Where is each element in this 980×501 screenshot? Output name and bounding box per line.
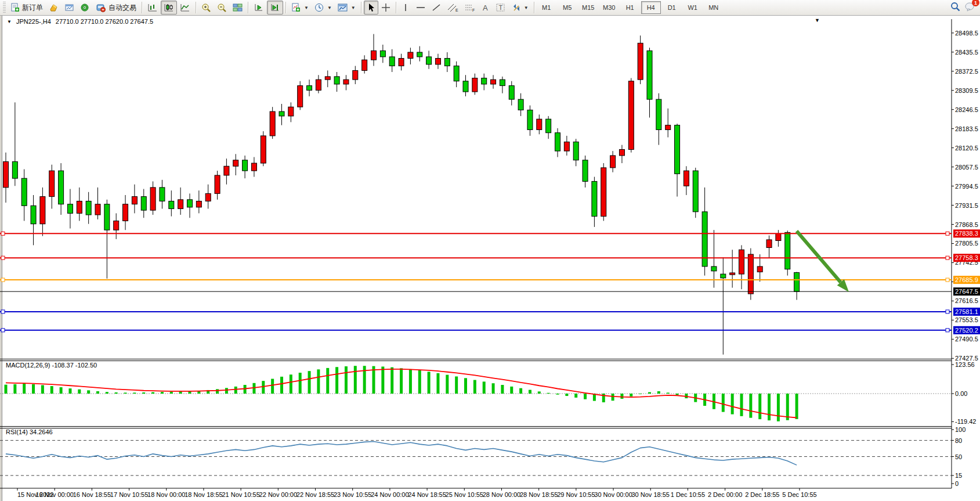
toolbar-separator — [534, 2, 534, 13]
date-label: 24 Nov 00:00 — [371, 491, 408, 498]
timeframe-button-mn[interactable]: MN — [704, 1, 724, 14]
trendline-icon — [432, 3, 441, 12]
cursor-tool-button[interactable] — [364, 1, 378, 15]
crosshair-tool-button[interactable] — [378, 1, 393, 15]
candle-body — [40, 197, 45, 224]
vertical-line-tool-button[interactable] — [399, 1, 413, 15]
candle-body — [77, 201, 82, 213]
candle-body — [67, 204, 73, 214]
bar-chart-mode-button[interactable] — [144, 1, 161, 15]
fibonacci-icon: F — [464, 3, 476, 12]
date-label: 1 Dec 10:55 — [671, 491, 705, 498]
candle-body — [482, 78, 487, 84]
tile-windows-icon — [233, 3, 243, 12]
rsi-tick-label: 100 — [955, 426, 965, 433]
arrows-tool-button[interactable]: ▼ — [509, 1, 531, 15]
line-chart-mode-button[interactable] — [177, 1, 193, 15]
market-watch-button[interactable] — [46, 1, 62, 15]
market-watch-icon — [49, 3, 59, 12]
candle-body — [666, 125, 671, 130]
timeframe-button-m15[interactable]: M15 — [578, 1, 598, 14]
candle-body — [160, 188, 165, 201]
timeframe-button-h1[interactable]: H1 — [620, 1, 640, 14]
candle-body — [288, 107, 294, 116]
candle-body — [353, 70, 358, 80]
candle-body — [509, 86, 514, 100]
text-tool-button[interactable]: A — [479, 1, 493, 15]
candle-body — [343, 80, 349, 84]
text-label-tool-button[interactable]: T — [493, 1, 509, 15]
chart-window[interactable]: ▼ JPN225-,H4 27710.0 27710.0 27620.0 276… — [0, 16, 980, 501]
candle-body — [270, 111, 275, 136]
search-icon[interactable] — [950, 2, 960, 13]
candle-body — [141, 197, 146, 211]
candle-body — [362, 60, 367, 70]
fibonacci-tool-button[interactable]: F — [461, 1, 479, 15]
timeframe-button-h4[interactable]: H4 — [641, 1, 661, 14]
candle-body — [592, 181, 597, 216]
date-label: 16 Nov 00:00 — [35, 491, 73, 498]
periods-button[interactable]: ▼ — [312, 1, 335, 15]
date-label: 22 Nov 00:00 — [259, 491, 297, 498]
candle-body — [408, 52, 413, 58]
candle-body — [307, 86, 312, 91]
price-badge-label: 27647.5 — [955, 288, 978, 295]
date-label: 23 Nov 10:55 — [334, 491, 371, 498]
candle-body — [59, 171, 64, 204]
candle-body — [389, 57, 395, 66]
templates-button[interactable]: ▼ — [335, 1, 359, 15]
candle-body — [132, 197, 137, 204]
date-label: 18 Nov 18:55 — [185, 491, 222, 498]
new-order-button[interactable]: 新订单 — [8, 1, 46, 15]
text-icon: A — [482, 3, 490, 12]
date-label: 30 Nov 00:00 — [594, 491, 632, 498]
timeframe-button-m30[interactable]: M30 — [599, 1, 619, 14]
horizontal-line-tool-button[interactable] — [413, 1, 429, 15]
date-label: 28 Nov 18:55 — [520, 491, 558, 498]
candle-body — [721, 274, 726, 278]
vertical-line-icon — [402, 3, 410, 12]
toolbar-separator — [361, 2, 361, 13]
price-tick-label: 28246.5 — [955, 106, 978, 113]
trend-annotation-arrow[interactable] — [797, 231, 841, 282]
price-badge-label: 27685.9 — [955, 276, 978, 283]
date-label: 24 Nov 18:55 — [408, 491, 446, 498]
auto-trading-button[interactable]: 自动交易 — [93, 1, 139, 15]
timeframe-button-w1[interactable]: W1 — [683, 1, 703, 14]
navigator-button[interactable] — [77, 1, 93, 15]
price-tick-label: 27931.5 — [955, 202, 978, 209]
rsi-indicator-label: RSI(14) 34.2646 — [6, 428, 53, 435]
zoom-out-button[interactable] — [214, 1, 230, 15]
zoom-in-button[interactable] — [198, 1, 214, 15]
candlestick-mode-button[interactable] — [161, 1, 177, 15]
candle-body — [316, 80, 321, 90]
tile-windows-button[interactable] — [230, 1, 245, 15]
candle-body — [601, 168, 606, 217]
chart-canvas[interactable]: 28498.528435.528372.528309.528246.528183… — [0, 16, 980, 501]
date-label: 30 Nov 18:55 — [632, 491, 670, 498]
candle-body — [399, 58, 404, 66]
line-chart-icon — [180, 3, 190, 12]
timeframe-button-d1[interactable]: D1 — [662, 1, 682, 14]
price-tick-label: 28057.5 — [955, 164, 978, 171]
chart-shift-button[interactable] — [267, 1, 283, 15]
trendline-tool-button[interactable] — [429, 1, 444, 15]
candle-body — [187, 200, 193, 207]
auto-scroll-button[interactable] — [251, 1, 267, 15]
indicators-icon — [291, 3, 301, 12]
data-window-button[interactable] — [62, 1, 77, 15]
timeframe-button-m5[interactable]: M5 — [558, 1, 577, 14]
candle-body — [215, 175, 220, 193]
indicators-button[interactable]: ▼ — [288, 1, 312, 15]
toolbar-separator — [285, 2, 286, 13]
notifications-button[interactable]: 1 — [965, 2, 975, 13]
timeframe-button-m1[interactable]: M1 — [537, 1, 556, 14]
equidistant-channel-tool-button[interactable]: E — [444, 1, 461, 15]
date-label: 16 Nov 18:55 — [73, 491, 111, 498]
dropdown-arrow-icon: ▼ — [327, 5, 332, 10]
candle-body — [564, 142, 569, 151]
toolbar-grip[interactable] — [3, 2, 6, 13]
candle-body — [757, 266, 762, 272]
toolbar-separator — [396, 2, 396, 13]
candle-body — [555, 133, 560, 151]
